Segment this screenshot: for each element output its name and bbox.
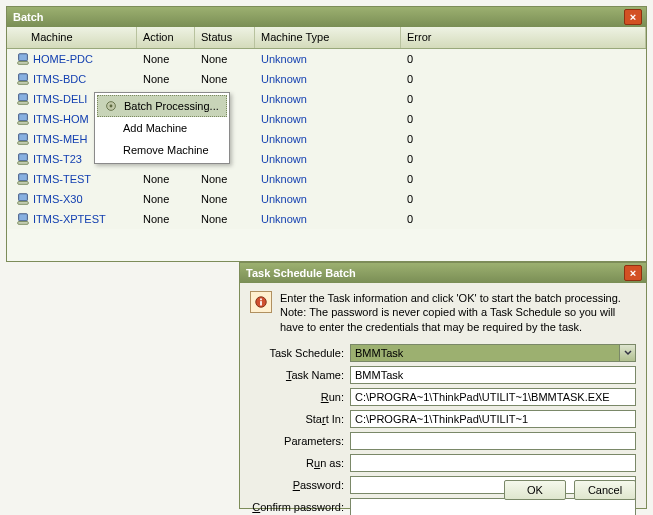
cell-action: None xyxy=(137,191,195,207)
close-icon[interactable]: × xyxy=(624,9,642,25)
table-row[interactable]: ITMS-TESTNoneNoneUnknown0 xyxy=(7,169,646,189)
svg-rect-16 xyxy=(19,214,28,221)
svg-rect-15 xyxy=(18,202,29,205)
machine-link[interactable]: ITMS-DELI xyxy=(33,93,87,105)
info-text: Enter the Task information and click 'OK… xyxy=(280,291,636,334)
cell-status: None xyxy=(195,71,255,87)
machine-link[interactable]: ITMS-MEH xyxy=(33,133,87,145)
batch-title: Batch xyxy=(13,11,624,23)
col-header-type[interactable]: Machine Type xyxy=(255,27,401,48)
start-in-input[interactable] xyxy=(350,410,636,428)
blank-icon xyxy=(103,121,117,135)
cell-action: None xyxy=(137,171,195,187)
computer-icon xyxy=(13,192,33,206)
cell-type: Unknown xyxy=(255,211,401,227)
svg-rect-14 xyxy=(19,194,28,201)
computer-icon xyxy=(13,52,33,66)
col-header-status[interactable]: Status xyxy=(195,27,255,48)
svg-point-19 xyxy=(110,105,113,108)
cell-action: None xyxy=(137,71,195,87)
label-password: Password: xyxy=(250,479,350,491)
svg-rect-21 xyxy=(260,299,262,301)
ok-button[interactable]: OK xyxy=(504,480,566,500)
cell-error: 0 xyxy=(401,71,646,87)
menu-item-batch-processing[interactable]: Batch Processing... xyxy=(97,95,227,117)
machine-link[interactable]: ITMS-TEST xyxy=(33,173,91,185)
label-task-schedule: Task Schedule: xyxy=(250,347,350,359)
cell-status: None xyxy=(195,51,255,67)
col-header-machine[interactable]: Machine xyxy=(7,27,137,48)
svg-rect-8 xyxy=(19,134,28,141)
svg-rect-2 xyxy=(19,74,28,81)
cell-status: None xyxy=(195,171,255,187)
blank-icon xyxy=(103,143,117,157)
confirm-password-input[interactable] xyxy=(350,498,636,515)
svg-rect-5 xyxy=(18,102,29,105)
svg-rect-13 xyxy=(18,182,29,185)
label-task-name: Task Name: xyxy=(250,369,350,381)
computer-icon xyxy=(13,132,33,146)
cell-type: Unknown xyxy=(255,71,401,87)
svg-rect-1 xyxy=(18,62,29,65)
svg-rect-10 xyxy=(19,154,28,161)
machine-link[interactable]: ITMS-BDC xyxy=(33,73,86,85)
svg-rect-11 xyxy=(18,162,29,165)
table-row[interactable]: ITMS-XPTESTNoneNoneUnknown0 xyxy=(7,209,646,229)
label-parameters: Parameters: xyxy=(250,435,350,447)
cell-error: 0 xyxy=(401,131,646,147)
machine-link[interactable]: ITMS-HOM xyxy=(33,113,89,125)
parameters-input[interactable] xyxy=(350,432,636,450)
svg-rect-22 xyxy=(260,301,262,305)
col-header-error[interactable]: Error xyxy=(401,27,646,48)
svg-rect-0 xyxy=(19,54,28,61)
task-schedule-select[interactable]: BMMTask xyxy=(350,344,636,362)
computer-icon xyxy=(13,212,33,226)
svg-rect-4 xyxy=(19,94,28,101)
cell-type: Unknown xyxy=(255,171,401,187)
machine-link[interactable]: ITMS-X30 xyxy=(33,193,83,205)
dialog-body: Enter the Task information and click 'OK… xyxy=(240,283,646,515)
cell-error: 0 xyxy=(401,111,646,127)
info-row: Enter the Task information and click 'OK… xyxy=(250,291,636,334)
cell-type: Unknown xyxy=(255,191,401,207)
table-row[interactable]: HOME-PDCNoneNoneUnknown0 xyxy=(7,49,646,69)
cell-status: None xyxy=(195,191,255,207)
cell-status: None xyxy=(195,211,255,227)
label-run-as: Run as: xyxy=(250,457,350,469)
cell-type: Unknown xyxy=(255,131,401,147)
col-header-action[interactable]: Action xyxy=(137,27,195,48)
cell-error: 0 xyxy=(401,51,646,67)
computer-icon xyxy=(13,172,33,186)
gear-icon xyxy=(104,99,118,113)
svg-rect-12 xyxy=(19,174,28,181)
menu-item-remove-machine[interactable]: Remove Machine xyxy=(97,139,227,161)
chevron-down-icon[interactable] xyxy=(619,345,635,361)
label-confirm-password: Confirm password: xyxy=(250,501,350,513)
cell-error: 0 xyxy=(401,191,646,207)
cell-error: 0 xyxy=(401,211,646,227)
machine-link[interactable]: ITMS-T23 xyxy=(33,153,82,165)
machine-link[interactable]: ITMS-XPTEST xyxy=(33,213,106,225)
dialog-titlebar[interactable]: Task Schedule Batch × xyxy=(240,263,646,283)
label-run: Run: xyxy=(250,391,350,403)
menu-item-add-machine[interactable]: Add Machine xyxy=(97,117,227,139)
cell-type: Unknown xyxy=(255,91,401,107)
run-input[interactable] xyxy=(350,388,636,406)
batch-column-headers: Machine Action Status Machine Type Error xyxy=(7,27,646,49)
cell-error: 0 xyxy=(401,151,646,167)
computer-icon xyxy=(13,152,33,166)
cancel-button[interactable]: Cancel xyxy=(574,480,636,500)
task-name-input[interactable] xyxy=(350,366,636,384)
machine-link[interactable]: HOME-PDC xyxy=(33,53,93,65)
run-as-input[interactable] xyxy=(350,454,636,472)
computer-icon xyxy=(13,112,33,126)
batch-titlebar[interactable]: Batch × xyxy=(7,7,646,27)
menu-item-label: Batch Processing... xyxy=(124,100,219,112)
cell-type: Unknown xyxy=(255,51,401,67)
table-row[interactable]: ITMS-BDCNoneNoneUnknown0 xyxy=(7,69,646,89)
svg-rect-7 xyxy=(18,122,29,125)
cell-error: 0 xyxy=(401,91,646,107)
close-icon[interactable]: × xyxy=(624,265,642,281)
table-row[interactable]: ITMS-X30NoneNoneUnknown0 xyxy=(7,189,646,209)
context-menu: Batch Processing... Add Machine Remove M… xyxy=(94,92,230,164)
